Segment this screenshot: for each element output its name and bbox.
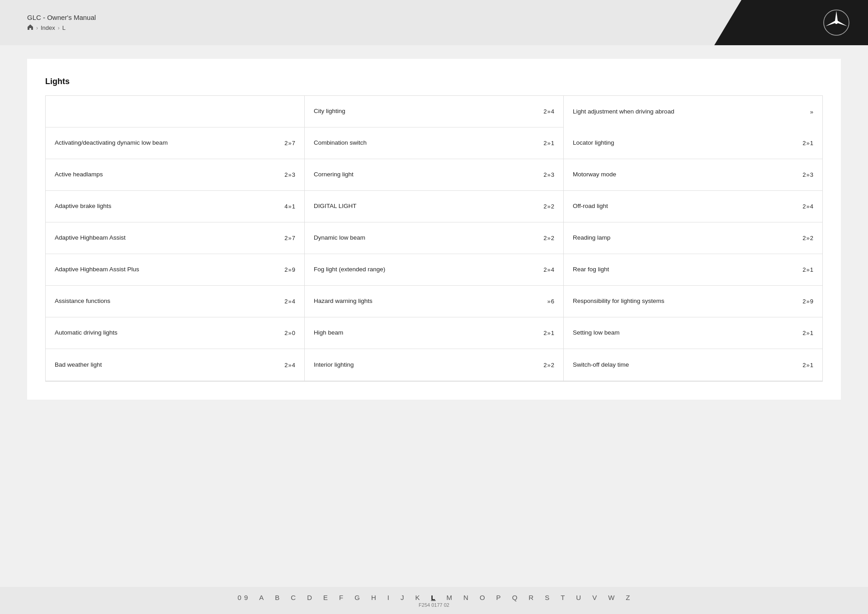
item-ref: 2»7: [284, 140, 295, 146]
item-label: Motorway mode: [573, 170, 802, 179]
breadcrumb-index[interactable]: Index: [41, 24, 55, 31]
top-col1-empty: [46, 96, 305, 128]
item-label: Rear fog light: [573, 265, 802, 274]
alpha-b[interactable]: B: [275, 594, 280, 601]
item-ref: 2»4: [802, 203, 813, 210]
alpha-g[interactable]: G: [354, 594, 360, 601]
alpha-h[interactable]: H: [371, 594, 377, 601]
item-setting-low-beam[interactable]: Setting low beam 2»1: [564, 317, 822, 349]
item-adaptive-brake[interactable]: Adaptive brake lights 4»1: [46, 191, 304, 222]
item-active-headlamps[interactable]: Active headlamps 2»3: [46, 159, 304, 191]
item-combination-switch[interactable]: Combination switch 2»1: [305, 128, 563, 159]
footer: 0 9 A B C D E F G H I J K L M N O P Q R …: [0, 587, 868, 614]
item-ref: 2»9: [284, 266, 295, 273]
arrow-icon: »: [807, 266, 810, 273]
item-label: Reading lamp: [573, 234, 802, 242]
item-ref: 2»2: [543, 235, 554, 241]
item-label: Combination switch: [314, 139, 543, 147]
item-ref: 2»4: [284, 298, 295, 305]
arrow-icon: »: [288, 203, 292, 210]
item-responsibility[interactable]: Responsibility for lighting systems 2»9: [564, 286, 822, 317]
alpha-09[interactable]: 0 9: [237, 594, 248, 601]
item-switch-off-delay[interactable]: Switch-off delay time 2»1: [564, 349, 822, 381]
item-hazard-warning[interactable]: Hazard warning lights »6: [305, 286, 563, 317]
header-right: [714, 0, 868, 45]
arrow-icon: »: [807, 203, 810, 210]
item-assistance-functions[interactable]: Assistance functions 2»4: [46, 286, 304, 317]
arrow-icon: »: [547, 108, 551, 115]
item-label: Adaptive brake lights: [55, 202, 284, 211]
footer-code: F254 0177 02: [419, 602, 449, 608]
alpha-c[interactable]: C: [291, 594, 296, 601]
alpha-m[interactable]: M: [447, 594, 453, 601]
arrow-icon: »: [547, 140, 551, 146]
item-high-beam[interactable]: High beam 2»1: [305, 317, 563, 349]
arrow-icon: »: [288, 266, 292, 273]
item-rear-fog[interactable]: Rear fog light 2»1: [564, 254, 822, 286]
alpha-l[interactable]: L: [431, 594, 435, 601]
breadcrumb-sep-1: ›: [36, 25, 38, 31]
item-ref: 2»3: [284, 171, 295, 178]
item-interior-lighting[interactable]: Interior lighting 2»2: [305, 349, 563, 381]
arrow-icon: »: [547, 362, 551, 368]
alpha-e[interactable]: E: [323, 594, 328, 601]
main-content: Lights City lighting 2»4 Light adjustmen…: [27, 59, 841, 400]
alpha-v[interactable]: V: [592, 594, 597, 601]
alpha-r[interactable]: R: [528, 594, 534, 601]
item-adaptive-highbeam-plus[interactable]: Adaptive Highbeam Assist Plus 2»9: [46, 254, 304, 286]
item-cornering-light[interactable]: Cornering light 2»3: [305, 159, 563, 191]
item-adaptive-highbeam[interactable]: Adaptive Highbeam Assist 2»7: [46, 222, 304, 254]
item-label: Adaptive Highbeam Assist Plus: [55, 265, 284, 274]
item-motorway-mode[interactable]: Motorway mode 2»3: [564, 159, 822, 191]
breadcrumb-current: L: [62, 24, 66, 31]
item-reading-lamp[interactable]: Reading lamp 2»2: [564, 222, 822, 254]
item-bad-weather[interactable]: Bad weather light 2»4: [46, 349, 304, 381]
item-dynamic-low-beam[interactable]: Dynamic low beam 2»2: [305, 222, 563, 254]
alpha-w[interactable]: W: [608, 594, 615, 601]
header: GLC - Owner's Manual › Index › L: [0, 0, 868, 45]
alpha-t[interactable]: T: [561, 594, 565, 601]
alpha-d[interactable]: D: [307, 594, 312, 601]
arrow-icon: »: [807, 362, 810, 368]
arrow-icon: »: [288, 140, 292, 146]
alpha-n[interactable]: N: [463, 594, 469, 601]
item-label: Setting low beam: [573, 329, 802, 337]
item-light-adjustment[interactable]: Light adjustment when driving abroad »: [564, 96, 823, 128]
alpha-j[interactable]: J: [401, 594, 405, 601]
item-label: Automatic driving lights: [55, 329, 284, 337]
item-ref: 4»1: [284, 203, 295, 210]
arrow-icon: »: [288, 171, 292, 178]
alphabet-nav[interactable]: 0 9 A B C D E F G H I J K L M N O P Q R …: [237, 594, 630, 601]
home-icon[interactable]: [27, 24, 33, 32]
item-ref: 2»7: [284, 235, 295, 241]
item-label: Fog light (extended range): [314, 265, 543, 274]
alpha-u[interactable]: U: [576, 594, 581, 601]
alpha-f[interactable]: F: [339, 594, 344, 601]
item-automatic-driving[interactable]: Automatic driving lights 2»0: [46, 317, 304, 349]
alpha-i[interactable]: I: [387, 594, 390, 601]
item-offroad-light[interactable]: Off-road light 2»4: [564, 191, 822, 222]
section-title: Lights: [45, 77, 823, 86]
item-ref: 2»3: [802, 171, 813, 178]
item-label: Switch-off delay time: [573, 361, 802, 369]
arrow-icon: »: [547, 235, 551, 241]
item-ref: 2»2: [802, 235, 813, 241]
item-ref: 2»1: [802, 266, 813, 273]
alpha-z[interactable]: Z: [626, 594, 630, 601]
item-digital-light[interactable]: DIGITAL LIGHT 2»2: [305, 191, 563, 222]
alpha-k[interactable]: K: [415, 594, 420, 601]
alpha-o[interactable]: O: [480, 594, 486, 601]
svg-point-1: [835, 21, 838, 24]
item-label: Active headlamps: [55, 170, 284, 179]
item-locator-lighting[interactable]: Locator lighting 2»1: [564, 128, 822, 159]
alpha-p[interactable]: P: [496, 594, 501, 601]
item-city-lighting[interactable]: City lighting 2»4: [305, 96, 564, 128]
item-ref: 2»1: [802, 330, 813, 336]
alpha-q[interactable]: Q: [512, 594, 518, 601]
item-activating-dynamic[interactable]: Activating/deactivating dynamic low beam…: [46, 128, 304, 159]
alpha-a[interactable]: A: [259, 594, 264, 601]
item-label: Bad weather light: [55, 361, 284, 369]
item-fog-light[interactable]: Fog light (extended range) 2»4: [305, 254, 563, 286]
alpha-s[interactable]: S: [545, 594, 550, 601]
item-ref: »6: [547, 298, 554, 305]
